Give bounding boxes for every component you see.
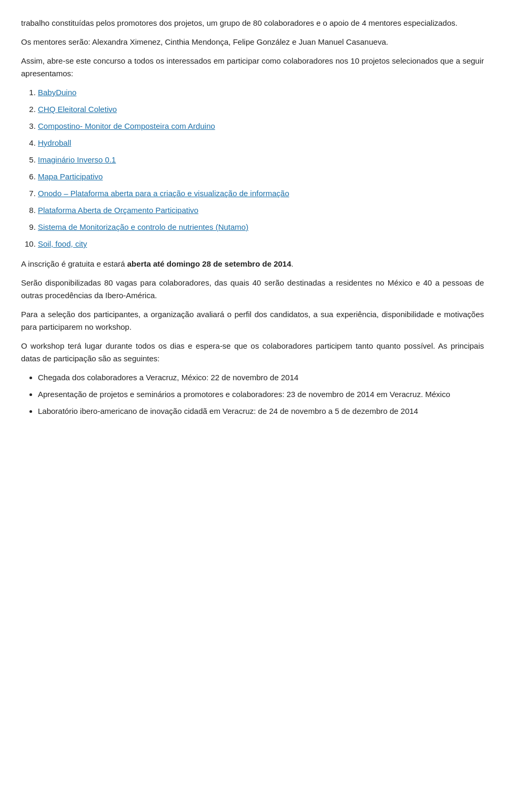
project-link-9[interactable]: Sistema de Monitorização e controlo de n… (38, 222, 248, 231)
registration-bold-text: aberta até domingo 28 de setembro de 201… (127, 259, 291, 268)
project-item-3: Compostino- Monitor de Composteira com A… (38, 120, 484, 133)
projects-list: BabyDuinoCHQ Eleitoral ColetivoCompostin… (38, 86, 484, 250)
bullet-item-3: Laboratório ibero-americano de inovação … (38, 405, 484, 418)
project-item-2: CHQ Eleitoral Coletivo (38, 103, 484, 116)
bullet-item-1: Chegada dos colaboradores a Veracruz, Mé… (38, 371, 484, 384)
project-link-2[interactable]: CHQ Eleitoral Coletivo (38, 105, 117, 114)
project-link-8[interactable]: Plataforma Aberta de Orçamento Participa… (38, 206, 198, 215)
project-item-5: Imaginário Inverso 0.1 (38, 154, 484, 166)
bullet-item-2: Apresentação de projetos e seminários a … (38, 388, 484, 401)
project-item-8: Plataforma Aberta de Orçamento Participa… (38, 204, 484, 217)
registration-paragraph: A inscrição é gratuita e estará aberta a… (21, 258, 484, 270)
project-link-1[interactable]: BabyDuino (38, 88, 76, 97)
slots-paragraph: Serão disponibilizadas 80 vagas para col… (21, 277, 484, 302)
registration-text-before: A inscrição é gratuita e estará (21, 259, 127, 268)
intro-paragraph-3: Assim, abre-se este concurso a todos os … (21, 55, 484, 80)
registration-text-after: . (291, 259, 294, 268)
project-link-5[interactable]: Imaginário Inverso 0.1 (38, 155, 116, 164)
main-content: trabalho constituídas pelos promotores d… (21, 17, 484, 418)
workshop-paragraph: O workshop terá lugar durante todos os d… (21, 340, 484, 365)
project-link-3[interactable]: Compostino- Monitor de Composteira com A… (38, 121, 215, 130)
selection-paragraph: Para a seleção dos participantes, a orga… (21, 308, 484, 333)
project-item-9: Sistema de Monitorização e controlo de n… (38, 221, 484, 234)
intro-paragraph-1: trabalho constituídas pelos promotores d… (21, 17, 484, 29)
bullet-list: Chegada dos colaboradores a Veracruz, Mé… (38, 371, 484, 418)
project-item-4: Hydroball (38, 137, 484, 149)
project-item-7: Onodo – Plataforma aberta para a criação… (38, 187, 484, 200)
project-link-10[interactable]: Soil, food, city (38, 239, 87, 248)
project-link-6[interactable]: Mapa Participativo (38, 172, 103, 181)
project-item-10: Soil, food, city (38, 238, 484, 250)
project-link-4[interactable]: Hydroball (38, 138, 71, 147)
project-link-7[interactable]: Onodo – Plataforma aberta para a criação… (38, 189, 289, 198)
project-item-6: Mapa Participativo (38, 170, 484, 183)
intro-paragraph-2: Os mentores serão: Alexandra Ximenez, Ci… (21, 36, 484, 48)
project-item-1: BabyDuino (38, 86, 484, 99)
